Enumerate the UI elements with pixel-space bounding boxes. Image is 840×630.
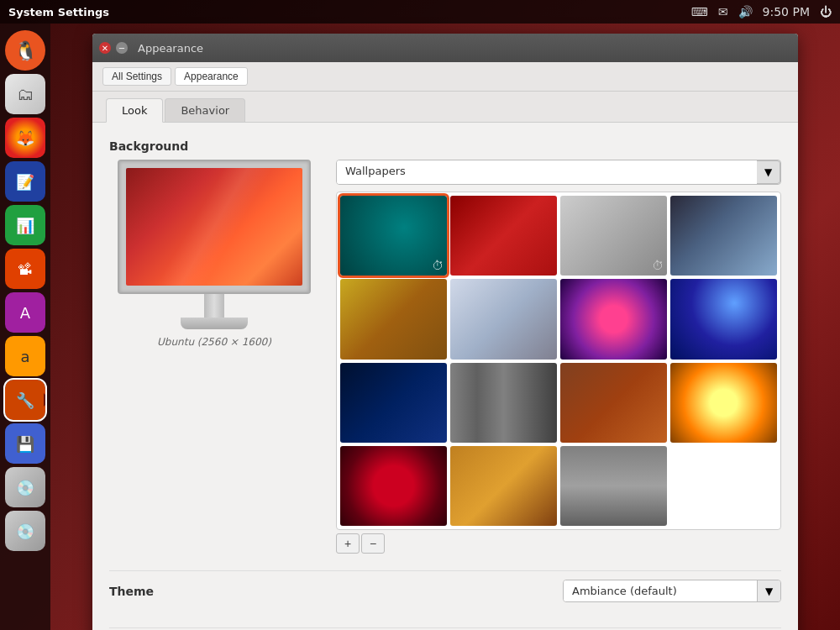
theme-label: Theme (109, 585, 277, 598)
wallpaper-thumb-3[interactable] (560, 196, 667, 276)
wallpaper-dropdown[interactable]: Wallpapers ▼ (336, 160, 781, 185)
monitor-screen (126, 168, 302, 286)
wallpaper-thumb-11[interactable] (560, 363, 667, 443)
launcher-item-files[interactable]: 🗂 (5, 74, 45, 114)
launcher-item-writer[interactable]: 📝 (5, 161, 45, 202)
wallpaper-dropdown-arrow[interactable]: ▼ (757, 160, 780, 184)
launcher-item-floppy[interactable]: 💾 (5, 423, 45, 464)
wallpaper-thumb-5[interactable] (340, 279, 447, 359)
background-label: Background (109, 139, 781, 153)
wallpaper-thumb-7[interactable] (560, 279, 667, 359)
monitor-stand-base (181, 318, 248, 329)
clock: 9:50 PM (763, 5, 810, 18)
wallpaper-thumb-15[interactable] (560, 446, 667, 526)
launcher-item-calc[interactable]: 📊 (5, 205, 45, 245)
launcher-item-amazon[interactable]: a (5, 336, 45, 376)
theme-value: Ambiance (default) (564, 580, 757, 601)
wallpaper-thumb-9[interactable] (340, 363, 447, 443)
bg-section: Ubuntu (2560 × 1600) Wallpapers ▼ (109, 160, 781, 554)
wallpaper-grid (336, 192, 781, 530)
main-panel: Background Ubuntu (2560 × 1600) Wallpape… (92, 123, 798, 630)
wallpaper-thumb-6[interactable] (450, 279, 557, 359)
wallpaper-thumb-2[interactable] (450, 196, 557, 276)
breadcrumb-bar: All Settings Appearance (92, 62, 798, 92)
appearance-window: ✕ − Appearance All Settings Appearance L… (92, 34, 798, 630)
launcher: 🐧 🗂 🦊 📝 📊 📽 A a 🔧 💾 💿 💿 (0, 24, 50, 630)
monitor-caption: Ubuntu (2560 × 1600) (157, 336, 271, 348)
tab-behavior[interactable]: Behavior (165, 98, 245, 122)
monitor-stand-neck (204, 294, 224, 318)
wallpaper-picker: Wallpapers ▼ (336, 160, 781, 554)
taskbar: System Settings ⌨ ✉ 🔊 9:50 PM ⏻ (0, 0, 840, 24)
power-icon: ⏻ (820, 5, 832, 18)
wallpaper-actions: + − (336, 533, 781, 554)
add-wallpaper-button[interactable]: + (336, 533, 360, 554)
remove-wallpaper-button[interactable]: − (361, 533, 385, 554)
window-titlebar: ✕ − Appearance (92, 34, 798, 62)
window-title: Appearance (138, 42, 203, 55)
wallpaper-thumb-4[interactable] (670, 196, 777, 276)
background-section: Background Ubuntu (2560 × 1600) Wallpape… (109, 139, 781, 554)
launcher-item-ubuntu[interactable]: 🐧 (5, 30, 45, 71)
keyboard-icon: ⌨ (691, 5, 708, 18)
theme-control: Ambiance (default) ▼ (277, 580, 781, 602)
close-button[interactable]: ✕ (99, 42, 111, 54)
close-icon: ✕ (102, 44, 108, 53)
launcher-item-dvd2[interactable]: 💿 (5, 511, 45, 551)
wallpaper-thumb-13[interactable] (340, 446, 447, 526)
taskbar-right: ⌨ ✉ 🔊 9:50 PM ⏻ (691, 5, 832, 18)
launcher-item-impress[interactable]: 📽 (5, 249, 45, 289)
wallpaper-thumb-12[interactable] (670, 363, 777, 443)
sound-icon: 🔊 (738, 5, 753, 18)
monitor-container: Ubuntu (2560 × 1600) (109, 160, 319, 348)
mail-icon: ✉ (718, 5, 728, 18)
wallpaper-thumb-10[interactable] (450, 363, 557, 443)
minimize-icon: − (118, 44, 125, 53)
breadcrumb-all-settings[interactable]: All Settings (102, 67, 171, 86)
theme-dropdown-arrow[interactable]: ▼ (757, 580, 780, 601)
theme-row: Theme Ambiance (default) ▼ (109, 570, 781, 611)
theme-dropdown[interactable]: Ambiance (default) ▼ (563, 580, 781, 602)
wallpaper-thumb-8[interactable] (670, 279, 777, 359)
minimize-button[interactable]: − (116, 42, 128, 54)
breadcrumb-appearance[interactable]: Appearance (175, 67, 248, 86)
tab-look[interactable]: Look (106, 98, 163, 123)
wallpaper-thumb-1[interactable] (340, 196, 447, 276)
launcher-item-dvd1[interactable]: 💿 (5, 467, 45, 507)
launcher-item-firefox[interactable]: 🦊 (5, 118, 45, 158)
wallpaper-thumb-14[interactable] (450, 446, 557, 526)
tabs: Look Behavior (92, 92, 798, 123)
monitor-preview (118, 160, 311, 294)
launcher-item-settings[interactable]: 🔧 (5, 380, 45, 420)
taskbar-title: System Settings (8, 6, 109, 18)
launcher-item-font[interactable]: A (5, 292, 45, 333)
wallpaper-dropdown-value: Wallpapers (337, 160, 757, 184)
